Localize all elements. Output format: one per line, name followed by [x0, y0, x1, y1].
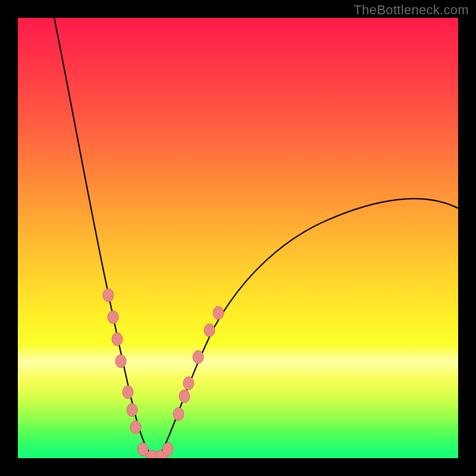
marker-dot: [123, 386, 133, 399]
plot-area: [18, 18, 458, 458]
marker-dot: [130, 421, 141, 434]
marker-dot: [103, 289, 114, 302]
marker-dot: [108, 311, 118, 324]
marker-dot: [115, 355, 126, 368]
bottleneck-curve-svg: [18, 18, 458, 458]
watermark: TheBottleneck.com: [354, 2, 469, 18]
marker-dot: [204, 324, 215, 337]
marker-group: [103, 289, 224, 458]
chart-frame: TheBottleneck.com: [0, 0, 476, 476]
marker-dot: [213, 306, 224, 320]
marker-dot: [162, 443, 173, 456]
marker-dot: [173, 408, 184, 421]
marker-dot: [193, 350, 203, 364]
bottleneck-curve-right: [159, 199, 458, 456]
marker-dot: [179, 390, 190, 403]
marker-dot: [127, 403, 137, 416]
bottleneck-curve-left: [53, 18, 152, 456]
marker-dot: [112, 333, 123, 346]
marker-dot: [183, 377, 194, 390]
